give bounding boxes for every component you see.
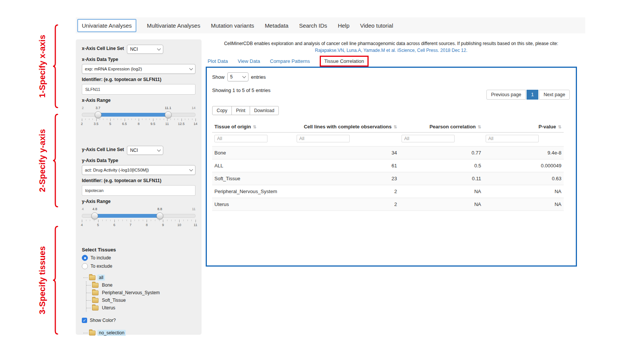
x-cell-line-set-value: NCI [130, 47, 138, 52]
folder-icon [92, 306, 98, 311]
tree-item-bone[interactable]: Bone [86, 281, 195, 289]
x-axis-range-slider[interactable]: 2143.711.123.556.589.51112.514 [82, 106, 195, 128]
tab-multivariate-analyses[interactable]: Multivariate Analyses [147, 20, 200, 31]
folder-icon [92, 290, 98, 295]
show-color-label: Show Color? [90, 318, 116, 323]
filter-input-cell-lines-with-complete-observations[interactable] [297, 135, 350, 142]
column-header-pearson-correlation[interactable]: Pearson correlation⇅ [399, 121, 483, 133]
table-export-buttons: CopyPrintDownload [212, 106, 571, 115]
tissue-correlation-panel: Show 5 entries Showing 1 to 5 of 5 entri… [206, 67, 577, 267]
current-page-button[interactable]: 1 [527, 90, 538, 100]
radio-to-exclude[interactable]: To exclude [82, 263, 195, 269]
tree-item-all[interactable]: all [83, 274, 195, 281]
tick-label: 12.5 [178, 122, 185, 126]
y-cell-line-set-select[interactable]: NCI [127, 146, 163, 155]
tick-minor [90, 220, 90, 221]
filter-cell [294, 133, 399, 147]
filter-input-p-value[interactable] [486, 135, 539, 142]
next-page-button[interactable]: Next page [539, 90, 570, 100]
tick-major [195, 220, 196, 222]
filter-input-pearson-correlation[interactable] [402, 135, 455, 142]
tick-minor [127, 220, 127, 221]
table-cell: 23 [294, 172, 399, 185]
slider-fill [95, 214, 159, 218]
table-cell: 0.5 [399, 159, 483, 172]
y-data-type-label: y-Axis Data Type [82, 158, 195, 163]
x-data-type-value: exp: mRNA Expression (log2) [85, 67, 142, 71]
column-header-p-value[interactable]: P-value⇅ [483, 121, 564, 133]
tick-minor [122, 220, 123, 221]
previous-page-button[interactable]: Previous page [486, 90, 526, 100]
tick-minor [134, 220, 135, 221]
subtab-compare-patterns[interactable]: Compare Patterns [270, 58, 310, 64]
filter-input-tissue-of-origin[interactable] [214, 135, 267, 142]
tab-univariate-analyses[interactable]: Univariate Analyses [77, 19, 136, 32]
subtab-tissue-correlation[interactable]: Tissue Correlation [320, 56, 369, 67]
tab-help[interactable]: Help [338, 20, 350, 31]
y-slider-track[interactable] [82, 213, 195, 218]
table-row[interactable]: Uterus2NANA [212, 198, 564, 211]
table-row[interactable]: ALL610.50.000049 [212, 159, 564, 172]
tick-major [110, 119, 111, 121]
tree-item-soft-tissue[interactable]: Soft_Tissue [86, 296, 195, 304]
range-max-label: 14 [192, 106, 195, 110]
column-label: P-value [539, 124, 556, 130]
tick-minor [102, 220, 103, 221]
range-to-label: 8.8 [157, 207, 162, 211]
copy-button[interactable]: Copy [212, 106, 232, 115]
y-axis-range-slider[interactable]: 4114.88.84567891011 [82, 207, 195, 229]
tick-major [163, 220, 163, 222]
tick-minor [94, 220, 94, 221]
table-row[interactable]: Peripheral_Nervous_System2NANA [212, 185, 564, 198]
tab-video-tutorial[interactable]: Video tutorial [360, 20, 393, 31]
column-header-cell-lines-with-complete-observations[interactable]: Cell lines with complete observations⇅ [294, 121, 399, 133]
tick-major [195, 119, 196, 121]
print-button[interactable]: Print [231, 106, 250, 115]
tree-item-no-selection[interactable]: no_selection [83, 329, 195, 337]
chevron-down-icon [189, 168, 193, 172]
table-row[interactable]: Bone340.779.4e-8 [212, 147, 564, 159]
table-row[interactable]: Soft_Tissue230.110.63 [212, 172, 564, 185]
slider-fill [98, 113, 168, 117]
tree-label: Uterus [100, 305, 117, 311]
show-color-checkbox[interactable]: Show Color? [82, 318, 195, 323]
tick-minor [143, 220, 143, 221]
column-label: Tissue of origin [214, 124, 251, 130]
tick-major [96, 119, 97, 121]
y-identifier-input[interactable] [82, 185, 195, 196]
citation-link[interactable]: Rajapakse.VN, Luna.A, Yamade.M et al. iS… [206, 48, 576, 53]
tab-mutation-variants[interactable]: Mutation variants [211, 20, 254, 31]
x-range-handle-lower[interactable] [95, 111, 102, 118]
tree-item-uterus[interactable]: Uterus [86, 304, 195, 312]
subtab-view-data[interactable]: View Data [238, 58, 260, 64]
x-cell-line-set-select[interactable]: NCI [127, 45, 163, 54]
y-range-handle-upper[interactable] [156, 212, 163, 219]
tick-minor [86, 220, 86, 221]
tab-search-ids[interactable]: Search IDs [299, 20, 327, 31]
radio-to-include[interactable]: To include [82, 255, 195, 261]
x-data-type-select[interactable]: exp: mRNA Expression (log2) [82, 64, 195, 74]
y-data-type-select[interactable]: act: Drug Activity (-log10[IC50M]) [82, 165, 195, 175]
table-cell: 9.4e-8 [483, 147, 564, 159]
y-identifier-label: Identifier: (e.g. topotecan or SLFN11) [82, 178, 195, 183]
tree-connector [86, 293, 91, 293]
table-cell: NA [399, 185, 483, 198]
y-range-handle-lower[interactable] [91, 212, 98, 219]
range-min-label: 2 [82, 106, 84, 110]
tree-item-peripheral-nervous-system[interactable]: Peripheral_Nervous_System [86, 289, 195, 296]
x-slider-track[interactable] [82, 112, 195, 117]
annotation-label-x-axis: 1-Specify x-axis [38, 35, 47, 98]
column-header-tissue-of-origin[interactable]: Tissue of origin⇅ [212, 121, 294, 133]
subtab-plot-data[interactable]: Plot Data [208, 58, 228, 64]
tick-minor [159, 220, 159, 221]
x-identifier-input[interactable] [82, 84, 195, 95]
download-button[interactable]: Download [250, 106, 279, 115]
tree-label: Soft_Tissue [100, 297, 127, 303]
tick-label: 8 [138, 122, 139, 126]
tick-minor [106, 220, 106, 221]
tick-minor [155, 220, 155, 221]
x-range-handle-upper[interactable] [165, 111, 172, 118]
tab-metadata[interactable]: Metadata [265, 20, 289, 31]
annotation-label-y-axis: 2-Specify y-axis [38, 129, 47, 192]
entries-select[interactable]: 5 [227, 72, 249, 81]
